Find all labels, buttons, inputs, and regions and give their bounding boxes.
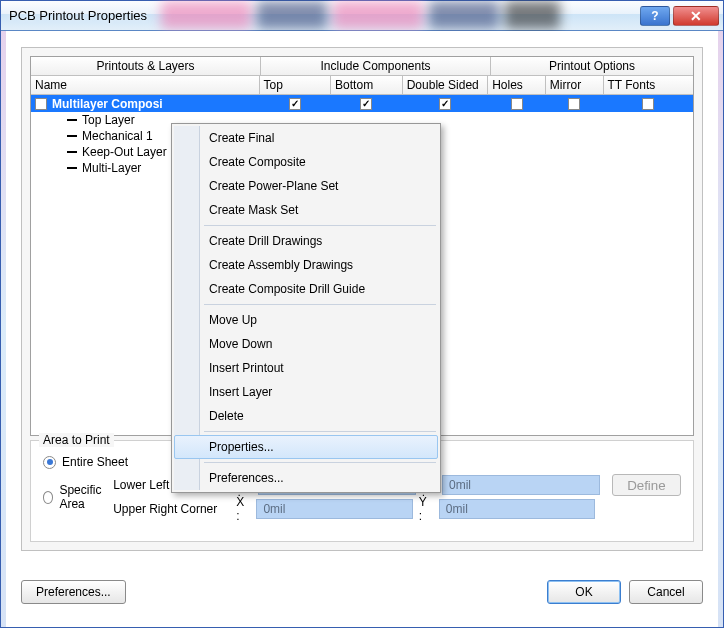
group-title: Area to Print xyxy=(39,433,114,447)
cell-double[interactable] xyxy=(403,95,488,112)
col-mirror[interactable]: Mirror xyxy=(546,76,604,95)
ur-x-input[interactable]: 0mil xyxy=(256,499,412,519)
radio-specific-row[interactable]: Specific Area xyxy=(43,486,113,508)
layer-label: Multi-Layer xyxy=(82,161,141,175)
mi-delete[interactable]: Delete xyxy=(174,404,438,428)
radio-specific[interactable] xyxy=(43,491,53,504)
grid-group-header: Printouts & Layers Include Components Pr… xyxy=(31,57,693,76)
bottom-bar: Preferences... OK Cancel xyxy=(21,577,703,607)
cell-tt[interactable] xyxy=(604,95,693,112)
mi-create-final[interactable]: Create Final xyxy=(174,126,438,150)
col-tt[interactable]: TT Fonts xyxy=(604,76,693,95)
menu-separator xyxy=(204,431,436,432)
col-top[interactable]: Top xyxy=(260,76,332,95)
cell-bottom[interactable] xyxy=(331,95,403,112)
mi-create-assembly-drawings[interactable]: Create Assembly Drawings xyxy=(174,253,438,277)
checkbox-double[interactable] xyxy=(439,98,451,110)
titlebar: PCB Printout Properties ? ✕ xyxy=(1,1,723,31)
ok-button[interactable]: OK xyxy=(547,580,621,604)
checkbox-tt[interactable] xyxy=(642,98,654,110)
cancel-button[interactable]: Cancel xyxy=(629,580,703,604)
checkbox-bottom[interactable] xyxy=(360,98,372,110)
help-button[interactable]: ? xyxy=(640,6,670,26)
cell-top[interactable] xyxy=(260,95,332,112)
cell-holes[interactable] xyxy=(488,95,546,112)
mi-create-drill-drawings[interactable]: Create Drill Drawings xyxy=(174,229,438,253)
mi-insert-printout[interactable]: Insert Printout xyxy=(174,356,438,380)
cell-mirror[interactable] xyxy=(546,95,604,112)
col-name[interactable]: Name xyxy=(31,76,260,95)
col-double[interactable]: Double Sided xyxy=(403,76,488,95)
mi-create-composite[interactable]: Create Composite xyxy=(174,150,438,174)
grid-column-header: Name Top Bottom Double Sided Holes Mirro… xyxy=(31,76,693,95)
define-button: Define xyxy=(612,474,681,496)
dialog-window: PCB Printout Properties ? ✕ Printouts & … xyxy=(0,0,724,628)
ll-y-input[interactable]: 0mil xyxy=(442,475,600,495)
mi-preferences[interactable]: Preferences... xyxy=(174,466,438,490)
page-icon xyxy=(35,98,47,110)
radio-entire-label: Entire Sheet xyxy=(62,455,128,469)
radio-specific-label: Specific Area xyxy=(59,483,113,511)
preferences-button[interactable]: Preferences... xyxy=(21,580,126,604)
layer-label: Mechanical 1 xyxy=(82,129,153,143)
cell-name: Multilayer Composi xyxy=(31,95,260,112)
mi-properties[interactable]: Properties... xyxy=(174,435,438,459)
mi-insert-layer[interactable]: Insert Layer xyxy=(174,380,438,404)
window-buttons: ? ✕ xyxy=(640,6,719,26)
printout-row[interactable]: Multilayer Composi xyxy=(31,95,693,112)
client-area: Printouts & Layers Include Components Pr… xyxy=(1,31,723,627)
mi-create-composite-drill-guide[interactable]: Create Composite Drill Guide xyxy=(174,277,438,301)
group-header-options: Printout Options xyxy=(491,57,693,76)
mi-create-mask-set[interactable]: Create Mask Set xyxy=(174,198,438,222)
checkbox-holes[interactable] xyxy=(511,98,523,110)
row-name-text: Multilayer Composi xyxy=(52,97,163,111)
x-label: X : xyxy=(236,495,250,523)
group-header-name: Printouts & Layers xyxy=(31,57,261,76)
context-menu[interactable]: Create Final Create Composite Create Pow… xyxy=(171,123,441,493)
behind-blur-decor xyxy=(161,1,571,29)
menu-separator xyxy=(204,462,436,463)
col-bottom[interactable]: Bottom xyxy=(331,76,403,95)
checkbox-mirror[interactable] xyxy=(568,98,580,110)
mi-move-up[interactable]: Move Up xyxy=(174,308,438,332)
layer-label: Keep-Out Layer xyxy=(82,145,167,159)
col-holes[interactable]: Holes xyxy=(488,76,546,95)
close-button[interactable]: ✕ xyxy=(673,6,719,26)
mi-move-down[interactable]: Move Down xyxy=(174,332,438,356)
layer-label: Top Layer xyxy=(82,113,135,127)
mi-create-power-plane-set[interactable]: Create Power-Plane Set xyxy=(174,174,438,198)
menu-separator xyxy=(204,304,436,305)
upper-right-label: Upper Right Corner xyxy=(113,502,230,516)
group-header-include: Include Components xyxy=(261,57,491,76)
ur-y-input[interactable]: 0mil xyxy=(439,499,595,519)
menu-separator xyxy=(204,225,436,226)
checkbox-top[interactable] xyxy=(289,98,301,110)
radio-entire[interactable] xyxy=(43,456,56,469)
y-label: Y : xyxy=(419,495,433,523)
